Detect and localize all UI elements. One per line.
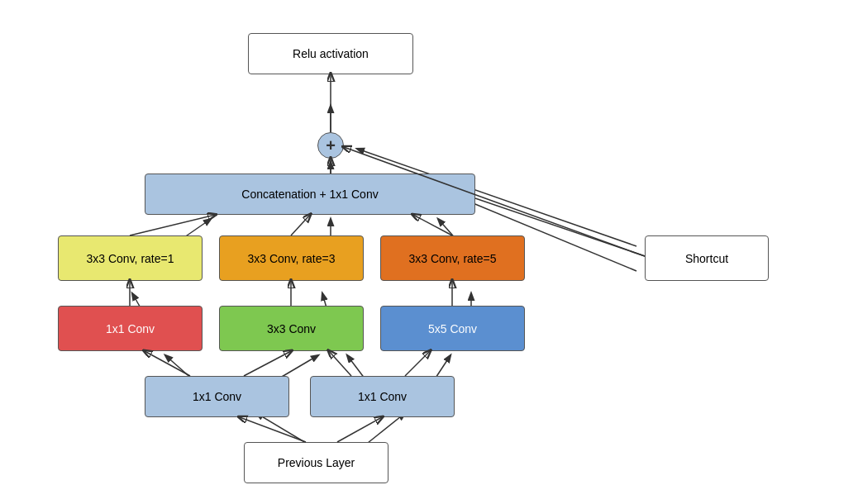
svg-line-19 <box>244 351 291 376</box>
svg-line-27 <box>413 215 452 235</box>
svg-line-16 <box>240 417 306 442</box>
svg-line-17 <box>337 417 382 442</box>
prev-layer-node: Previous Layer <box>244 442 388 483</box>
diagram-container: Relu activation + Concatenation + 1x1 Co… <box>0 0 858 504</box>
svg-line-18 <box>145 351 190 376</box>
conv3x3-r5-node: 3x3 Conv, rate=5 <box>380 235 525 281</box>
svg-line-21 <box>405 351 430 376</box>
conv3x3-node: 3x3 Conv <box>219 306 364 351</box>
conv3x3-r3-node: 3x3 Conv, rate=3 <box>219 235 364 281</box>
svg-line-26 <box>291 215 310 235</box>
conv1x1-left-node: 1x1 Conv <box>145 376 289 417</box>
conv3x3-r1-node: 3x3 Conv, rate=1 <box>58 235 203 281</box>
conv1x1-right-node: 1x1 Conv <box>310 376 455 417</box>
conv1x1-node: 1x1 Conv <box>58 306 203 351</box>
relu-node: Relu activation <box>248 33 413 74</box>
plus-circle: + <box>317 132 344 159</box>
svg-line-25 <box>130 215 215 235</box>
conv5x5-node: 5x5 Conv <box>380 306 525 351</box>
svg-line-20 <box>329 351 351 376</box>
concat-node: Concatenation + 1x1 Conv <box>145 174 475 215</box>
shortcut-node: Shortcut <box>645 235 769 281</box>
